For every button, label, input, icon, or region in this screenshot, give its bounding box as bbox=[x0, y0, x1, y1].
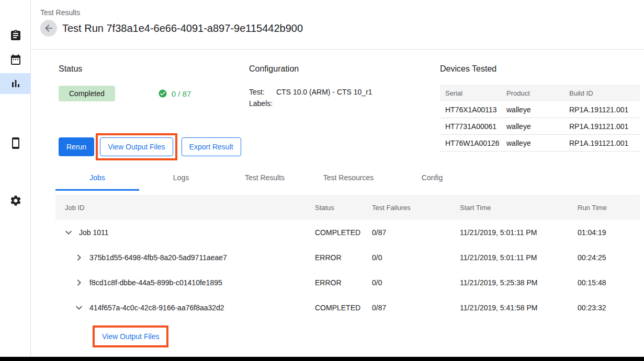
job-row[interactable]: f8cd1c8f-dbbe-44a5-899b-c01410fe1895 ERR… bbox=[55, 270, 640, 295]
jobs-col-status: Status bbox=[315, 204, 372, 212]
bottom-black-bar bbox=[0, 357, 644, 361]
device-row: HT76X1A00113 walleye RP1A.191121.001 bbox=[440, 101, 640, 118]
sidebar-item-test-results[interactable] bbox=[0, 73, 31, 94]
devices-tested-section: Devices Tested Serial Product Build ID H… bbox=[440, 64, 640, 160]
jobs-col-job-id: Job ID bbox=[55, 204, 315, 212]
job-output-link-row: View Output Files bbox=[55, 325, 640, 347]
config-label: Labels: bbox=[249, 99, 276, 108]
sidebar-item-devices[interactable] bbox=[0, 133, 31, 154]
config-value: CTS 10.0 (ARM) - CTS 10_r1 bbox=[276, 87, 372, 97]
device-serial: HT76W1A00126 bbox=[445, 139, 506, 147]
annotation-highlight-box: View Output Files bbox=[93, 325, 168, 347]
job-row[interactable]: Job 1011 COMPLETED 0/87 11/21/2019, 5:01… bbox=[55, 220, 640, 245]
job-status: COMPLETED bbox=[315, 228, 372, 237]
export-result-button[interactable]: Export Result bbox=[182, 137, 241, 156]
gear-icon bbox=[9, 194, 22, 207]
chevron-right-icon[interactable] bbox=[73, 276, 85, 289]
breadcrumb: Test Results bbox=[40, 8, 644, 17]
device-build-id: RP1A.191121.001 bbox=[569, 106, 640, 114]
device-product: walleye bbox=[506, 139, 569, 147]
job-test-failures: 0/87 bbox=[372, 228, 460, 237]
chevron-right-icon bbox=[73, 251, 85, 264]
job-run-time: 00:23:32 bbox=[578, 304, 640, 312]
bar-chart-icon bbox=[9, 77, 22, 90]
job-row[interactable]: 414f657a-4c0c-42c8-9166-aa76f8aa32d2 COM… bbox=[55, 295, 640, 320]
job-run-time: 01:04:19 bbox=[578, 228, 640, 237]
sidebar bbox=[0, 0, 31, 357]
title-row: Test Run 7f38a1e4-6e66-4091-a897-9e11544… bbox=[40, 20, 644, 37]
actions-row: Rerun View Output Files Export Result bbox=[59, 133, 249, 160]
main-content: Test Results Test Run 7f38a1e4-6e66-4091… bbox=[31, 0, 644, 357]
jobs-col-test-failures: Test Failures bbox=[372, 204, 460, 212]
back-arrow-icon bbox=[43, 23, 54, 33]
job-row[interactable]: 375b1d55-6498-4fb5-8a20-5ad9711aeae7 ERR… bbox=[55, 245, 640, 270]
config-row-labels: Labels: bbox=[249, 99, 440, 108]
rerun-button[interactable]: Rerun bbox=[59, 137, 94, 156]
jobs-table-header: Job ID Status Test Failures Start Time R… bbox=[55, 195, 640, 220]
config-label: Test: bbox=[249, 87, 276, 97]
device-product: walleye bbox=[506, 122, 569, 131]
failure-count: 0 / 87 bbox=[172, 89, 191, 98]
sidebar-item-schedule[interactable] bbox=[0, 49, 31, 70]
job-test-failures: 0/87 bbox=[372, 304, 460, 312]
job-status: ERROR bbox=[315, 278, 372, 287]
job-test-failures: 0/0 bbox=[372, 253, 460, 262]
view-output-files-link[interactable]: View Output Files bbox=[102, 332, 159, 341]
status-heading: Status bbox=[59, 64, 249, 74]
status-badge: Completed bbox=[59, 86, 115, 101]
configuration-heading: Configuration bbox=[249, 64, 440, 74]
jobs-col-start-time: Start Time bbox=[460, 204, 578, 212]
tab-jobs[interactable]: Jobs bbox=[55, 166, 139, 191]
job-id: Job 1011 bbox=[79, 228, 109, 237]
device-product: walleye bbox=[506, 106, 569, 114]
page-header: Test Results Test Run 7f38a1e4-6e66-4091… bbox=[31, 0, 644, 50]
job-start-time: 11/21/2019, 5:01:11 PM bbox=[460, 253, 578, 262]
chevron-right-icon bbox=[73, 276, 85, 289]
tab-bar: JobsLogsTest ResultsTest ResourcesConfig bbox=[55, 166, 640, 191]
job-run-time: 00:24:25 bbox=[578, 253, 640, 262]
sidebar-item-test-plans[interactable] bbox=[0, 25, 31, 46]
chevron-down-icon[interactable] bbox=[62, 226, 75, 239]
annotation-highlight-box: View Output Files bbox=[96, 133, 177, 160]
app-window: Test Results Test Run 7f38a1e4-6e66-4091… bbox=[0, 0, 644, 357]
devices-tested-heading: Devices Tested bbox=[440, 64, 640, 74]
page-title: Test Run 7f38a1e4-6e66-4091-a897-9e11544… bbox=[62, 22, 303, 34]
calendar-icon bbox=[9, 53, 22, 66]
status-row: Completed 0 / 87 bbox=[59, 86, 249, 101]
job-id: f8cd1c8f-dbbe-44a5-899b-c01410fe1895 bbox=[89, 278, 222, 287]
tab-logs[interactable]: Logs bbox=[139, 166, 223, 191]
view-output-files-button[interactable]: View Output Files bbox=[100, 137, 173, 156]
status-section: Status Completed 0 / 87 Rerun bbox=[59, 64, 249, 160]
chevron-right-icon[interactable] bbox=[73, 251, 85, 264]
device-row: HT7731A00061 walleye RP1A.191121.001 bbox=[440, 118, 640, 135]
devices-col-build-id: Build ID bbox=[569, 89, 640, 97]
smartphone-icon bbox=[9, 137, 22, 149]
content-area: Status Completed 0 / 87 Rerun bbox=[31, 64, 644, 347]
chevron-down-icon bbox=[73, 301, 85, 314]
configuration-list: Test: CTS 10.0 (ARM) - CTS 10_r1 Labels: bbox=[249, 87, 440, 108]
sidebar-item-settings[interactable] bbox=[0, 190, 31, 211]
back-button[interactable] bbox=[40, 20, 57, 37]
device-build-id: RP1A.191121.001 bbox=[569, 139, 640, 147]
device-serial: HT76X1A00113 bbox=[445, 106, 506, 114]
devices-col-serial: Serial bbox=[445, 89, 506, 97]
job-status: ERROR bbox=[315, 253, 372, 262]
jobs-col-run-time: Run Time bbox=[578, 204, 640, 212]
chevron-down-icon[interactable] bbox=[73, 301, 85, 314]
job-start-time: 11/21/2019, 5:41:58 PM bbox=[460, 304, 578, 312]
tab-config[interactable]: Config bbox=[390, 166, 474, 191]
job-status: COMPLETED bbox=[315, 304, 372, 312]
configuration-section: Configuration Test: CTS 10.0 (ARM) - CTS… bbox=[249, 64, 440, 160]
job-start-time: 11/21/2019, 5:25:38 PM bbox=[460, 278, 578, 287]
devices-table: Serial Product Build ID HT76X1A00113 wal… bbox=[440, 85, 640, 152]
check-circle-icon bbox=[158, 89, 167, 98]
tab-test-results[interactable]: Test Results bbox=[223, 166, 307, 191]
tab-test-resources[interactable]: Test Resources bbox=[307, 166, 390, 191]
devices-table-header: Serial Product Build ID bbox=[440, 85, 640, 101]
job-id: 414f657a-4c0c-42c8-9166-aa76f8aa32d2 bbox=[89, 304, 224, 312]
device-row: HT76W1A00126 walleye RP1A.191121.001 bbox=[440, 135, 640, 152]
job-id: 375b1d55-6498-4fb5-8a20-5ad9711aeae7 bbox=[89, 253, 227, 262]
chevron-down-icon bbox=[62, 226, 75, 239]
device-build-id: RP1A.191121.001 bbox=[569, 122, 640, 131]
jobs-table: Job ID Status Test Failures Start Time R… bbox=[55, 195, 640, 347]
